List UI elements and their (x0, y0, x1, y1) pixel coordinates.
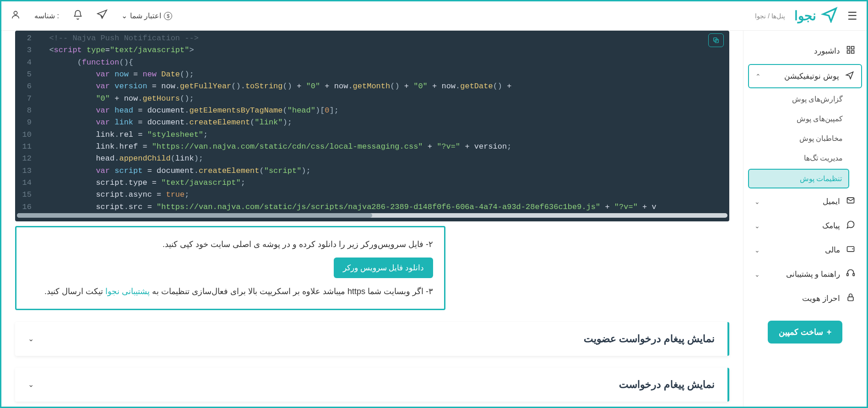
nav-support[interactable]: راهنما و پشتیبانی ⌄ (748, 263, 862, 285)
svg-rect-8 (853, 274, 854, 276)
chevron-down-icon: ⌄ (754, 247, 760, 254)
nav-push-settings[interactable]: تنظیمات پوش (748, 169, 849, 188)
nav-push-audience[interactable]: مخاطبان پوش (748, 129, 849, 147)
svg-rect-7 (847, 274, 848, 276)
code-scrollbar[interactable] (17, 213, 727, 218)
brand[interactable]: نجوا (794, 5, 838, 27)
accordion-membership-message[interactable]: نمایش پیغام درخواست عضویت ⌄ (15, 322, 729, 356)
nav-label: مالی (825, 245, 840, 255)
currency-icon: $ (164, 12, 172, 20)
send-icon (845, 70, 855, 82)
nav-push-tags[interactable]: مدیریت تگ‌ها (748, 149, 849, 167)
nav-verify[interactable]: احراز هویت (748, 287, 862, 310)
svg-rect-2 (852, 47, 854, 49)
code-block: 2 <!-- Najva Push Notification --> 3 <sc… (15, 31, 729, 221)
svg-rect-9 (848, 297, 853, 301)
code-comment: <!-- Najva Push Notification --> (49, 34, 198, 43)
instructions-box: ۲- فایل سرویس‌ورکر زیر را دانلود کرده و … (15, 226, 445, 310)
nav-label: داشبورد (814, 46, 840, 56)
chevron-down-icon: ⌄ (754, 198, 760, 205)
create-campaign-button[interactable]: + ساخت کمپین (768, 321, 843, 344)
email-icon (846, 196, 856, 207)
chevron-down-icon: ⌄ (754, 271, 760, 278)
nav-push-campaigns[interactable]: کمپین‌های پوش (748, 110, 849, 128)
menu-icon[interactable]: ☰ (847, 10, 857, 22)
brand-icon (821, 5, 838, 27)
nav-label: پوش نوتیفیکیشن (784, 71, 839, 81)
nav-push-reports[interactable]: گزارش‌های پوش (748, 90, 849, 108)
chat-icon (846, 220, 856, 231)
copy-button[interactable] (708, 33, 724, 47)
step-2-text: ۲- فایل سرویس‌ورکر زیر را دانلود کرده و … (27, 236, 433, 252)
credit-label: اعتبار شما (130, 11, 161, 20)
wallet-icon (846, 244, 856, 256)
download-service-worker-button[interactable]: دانلود فایل سرویس ورکر (334, 258, 433, 278)
id-label: شناسه : (34, 11, 59, 20)
headset-icon (846, 268, 856, 280)
telegram-icon[interactable] (97, 9, 108, 23)
bell-icon[interactable] (73, 10, 83, 22)
nav-finance[interactable]: مالی ⌄ (748, 239, 862, 261)
nav-push[interactable]: پوش نوتیفیکیشن ⌃ (748, 64, 862, 88)
accordion-request-message[interactable]: نمایش پیغام درخواست ⌄ (15, 368, 729, 402)
content: 2 <!-- Najva Push Notification --> 3 <sc… (1, 31, 743, 407)
support-link[interactable]: پشتیبانی نجوا (105, 287, 150, 296)
accordion-title: نمایش پیغام درخواست (619, 379, 715, 391)
chevron-up-icon: ⌃ (755, 73, 761, 80)
credit-dropdown[interactable]: ⌄ اعتبار شما $ (121, 11, 172, 20)
svg-rect-4 (852, 51, 854, 54)
nav-dashboard[interactable]: داشبورد (748, 40, 862, 62)
chevron-down-icon: ⌄ (28, 380, 34, 389)
nav-sms[interactable]: پیامک ⌄ (748, 215, 862, 237)
chevron-down-icon: ⌄ (121, 11, 127, 20)
sidebar: داشبورد پوش نوتیفیکیشن ⌃ گزارش‌های پوش ک… (743, 31, 867, 407)
chevron-down-icon: ⌄ (754, 222, 760, 230)
brand-text: نجوا (794, 8, 816, 23)
nav-label: راهنما و پشتیبانی (786, 269, 840, 279)
header: ☰ نجوا پنل‌ها / نجوا شناسه : ⌄ اعتبار شم… (1, 1, 867, 31)
nav-label: پیامک (822, 221, 840, 231)
user-icon[interactable] (11, 10, 21, 22)
svg-point-0 (14, 11, 17, 14)
dashboard-icon (846, 45, 856, 57)
nav-label: ایمیل (823, 197, 840, 206)
chevron-down-icon: ⌄ (28, 334, 34, 343)
step-3-text: ۳- اگر وبسایت شما https میباشد علاوه بر … (27, 284, 433, 299)
nav-email[interactable]: ایمیل ⌄ (748, 190, 862, 213)
plus-icon: + (827, 327, 832, 337)
nav-label: احراز هویت (802, 294, 840, 303)
svg-rect-1 (847, 47, 850, 49)
svg-rect-3 (847, 51, 850, 54)
breadcrumb[interactable]: پنل‌ها / نجوا (755, 12, 785, 20)
button-label: ساخت کمپین (779, 327, 823, 337)
lock-icon (846, 293, 856, 304)
accordion-title: نمایش پیغام درخواست عضویت (584, 333, 715, 345)
